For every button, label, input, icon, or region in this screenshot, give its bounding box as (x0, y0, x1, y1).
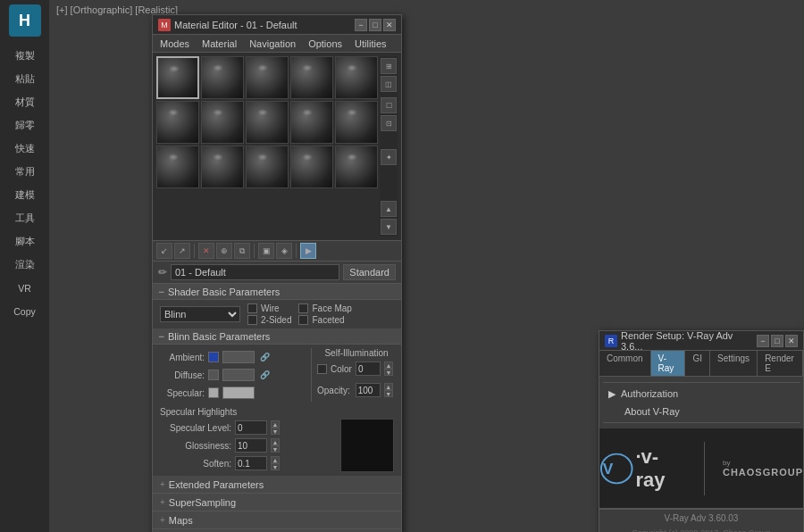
me-sidebar-btn-2[interactable]: ◫ (381, 76, 397, 92)
sphere-14[interactable] (335, 145, 378, 188)
menu-modes[interactable]: Modes (156, 37, 193, 51)
sphere-13[interactable] (290, 145, 333, 188)
tb-btn-delete[interactable]: ✕ (198, 243, 214, 259)
sidebar-item-material[interactable]: 材質 (5, 92, 45, 113)
specular-swatch[interactable] (208, 387, 219, 398)
rs-tab-common[interactable]: Common (599, 351, 651, 376)
specular-highlights-section: Specular Highlights Specular Level: ▲ ▼ … (153, 405, 401, 476)
sidebar-item-copy2[interactable]: Copy (5, 301, 45, 322)
tb-btn-get-material[interactable]: ↙ (156, 243, 172, 259)
rs-authorization-item[interactable]: ▶ Authorization (603, 385, 800, 403)
ambient-swatch[interactable] (208, 352, 219, 362)
opacity-input[interactable] (356, 383, 381, 397)
twosided-checkbox[interactable] (247, 315, 257, 325)
blinn-collapse-btn[interactable]: − (158, 330, 164, 343)
window-maximize-button[interactable]: □ (369, 19, 381, 31)
material-name-input[interactable] (171, 264, 339, 280)
sidebar-item-tools[interactable]: 工具 (5, 208, 45, 229)
rs-window-maximize[interactable]: □ (771, 335, 783, 347)
tb-btn-assign[interactable]: ▣ (258, 243, 274, 259)
me-sidebar-btn-5[interactable]: ✦ (381, 149, 397, 165)
supersampling-row[interactable]: + SuperSampling (153, 494, 401, 511)
menu-material[interactable]: Material (198, 37, 240, 51)
sphere-1[interactable] (201, 56, 244, 99)
sphere-8[interactable] (290, 101, 333, 144)
ambient-value[interactable] (222, 351, 255, 363)
tb-btn-reset[interactable]: ⊕ (216, 243, 232, 259)
spec-level-input[interactable] (235, 420, 267, 435)
sidebar-item-script[interactable]: 腳本 (5, 231, 45, 253)
sphere-3[interactable] (290, 56, 333, 99)
shader-collapse-btn[interactable]: − (158, 286, 164, 298)
sphere-7[interactable] (246, 101, 289, 144)
menu-options[interactable]: Options (305, 37, 346, 51)
spec-level-down[interactable]: ▼ (271, 428, 280, 435)
sidebar-item-quick[interactable]: 快速 (5, 138, 45, 160)
tb-btn-active[interactable]: ▶ (300, 243, 316, 259)
sphere-11[interactable] (201, 145, 244, 188)
maps-row[interactable]: + Maps (153, 511, 401, 529)
self-illum-color-cb[interactable] (317, 364, 327, 374)
blinn-basic-params-label: Blinn Basic Parameters (168, 331, 270, 342)
opacity-spin-up[interactable]: ▲ (384, 383, 393, 390)
tb-btn-copy[interactable]: ⧉ (234, 243, 250, 259)
sphere-5[interactable] (156, 101, 199, 144)
sidebar-item-copy1[interactable]: 複製 (5, 46, 45, 67)
tb-btn-show[interactable]: ◈ (276, 243, 292, 259)
soften-down[interactable]: ▼ (271, 463, 280, 470)
me-sidebar-btn-3[interactable]: ☐ (381, 97, 397, 113)
sphere-2[interactable] (246, 56, 289, 99)
sidebar-item-paste[interactable]: 粘貼 (5, 69, 45, 90)
sidebar-item-vr[interactable]: VR (5, 278, 45, 299)
diffuse-value[interactable] (222, 369, 255, 381)
rs-tab-vray[interactable]: V-Ray (651, 351, 686, 376)
rs-tab-gi[interactable]: GI (685, 351, 710, 376)
window-minimize-button[interactable]: − (355, 19, 367, 31)
self-illum-color-input[interactable] (356, 362, 381, 376)
diffuse-link-icon[interactable]: 🔗 (260, 370, 270, 379)
glossiness-input[interactable] (235, 438, 267, 453)
diffuse-swatch[interactable] (208, 370, 219, 380)
tb-btn-put-material[interactable]: ↗ (174, 243, 190, 259)
spec-level-up[interactable]: ▲ (271, 420, 280, 428)
rs-about-vray-item[interactable]: About V-Ray (603, 403, 800, 420)
ambient-link-icon[interactable]: 🔗 (260, 353, 270, 362)
soften-up[interactable]: ▲ (271, 456, 280, 463)
menu-navigation[interactable]: Navigation (246, 37, 299, 51)
opacity-spin-down[interactable]: ▼ (384, 390, 393, 397)
shader-type-select[interactable]: Blinn (160, 306, 240, 322)
rs-window-close[interactable]: ✕ (785, 335, 798, 347)
sidebar-item-common[interactable]: 常用 (5, 162, 45, 183)
window-close-button[interactable]: ✕ (383, 19, 396, 31)
menu-utilities[interactable]: Utilities (351, 37, 389, 51)
sidebar-item-render[interactable]: 渲染 (5, 254, 45, 276)
extended-params-row[interactable]: + Extended Parameters (153, 476, 401, 494)
sidebar-item-reset[interactable]: 歸零 (5, 115, 45, 137)
me-sidebar-btn-1[interactable]: ⊞ (381, 58, 397, 74)
self-illum-spin-up[interactable]: ▲ (384, 362, 393, 369)
twosided-checkbox-row: 2-Sided (247, 315, 291, 325)
sidebar-item-model[interactable]: 建模 (5, 185, 45, 206)
self-illum-spin-down[interactable]: ▼ (384, 369, 393, 376)
soften-input[interactable] (235, 456, 267, 470)
rs-window-minimize[interactable]: − (757, 335, 769, 347)
wire-checkbox[interactable] (247, 303, 257, 313)
faceted-checkbox[interactable] (298, 315, 308, 325)
me-sidebar-btn-4[interactable]: ⊡ (381, 115, 397, 131)
glossiness-up[interactable]: ▲ (271, 438, 280, 445)
specular-value[interactable] (222, 387, 255, 399)
sphere-4[interactable] (335, 56, 378, 99)
window-controls: − □ ✕ (355, 19, 396, 31)
sphere-9[interactable] (335, 101, 378, 144)
rs-tab-render-e[interactable]: Render E (758, 351, 803, 376)
me-sidebar-btn-6[interactable]: ▲ (381, 201, 397, 217)
sphere-10[interactable] (156, 145, 199, 188)
sphere-12[interactable] (246, 145, 289, 188)
sphere-6[interactable] (201, 101, 244, 144)
blinn-left-params: Ambient: 🔗 Diffuse: 🔗 Specular: (158, 348, 304, 402)
glossiness-down[interactable]: ▼ (271, 445, 280, 453)
facemap-checkbox[interactable] (298, 303, 308, 313)
rs-tab-settings[interactable]: Settings (710, 351, 758, 376)
me-sidebar-btn-7[interactable]: ▼ (381, 219, 397, 235)
sphere-0[interactable] (156, 56, 199, 99)
